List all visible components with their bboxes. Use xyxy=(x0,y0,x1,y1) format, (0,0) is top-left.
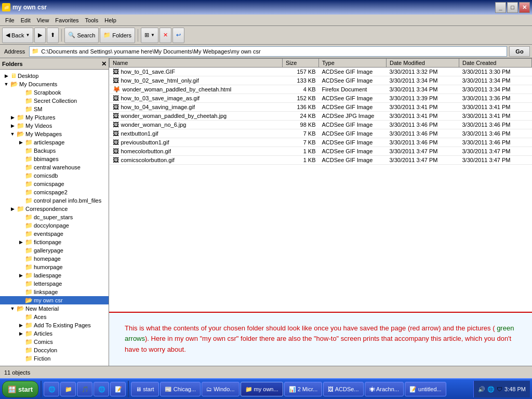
maximize-button[interactable]: □ xyxy=(507,2,518,13)
sidebar-item-mywebpages[interactable]: ▼ 📂 My Webpages xyxy=(0,130,109,138)
sidebar-item-central-warehouse[interactable]: 📁 central warehouse xyxy=(0,163,109,171)
file-created: 3/30/2011 3:47 PM xyxy=(459,156,532,165)
search-button[interactable]: 🔍 Search xyxy=(64,28,99,43)
sidebar-item-addexisting[interactable]: ▶ 📁 Add To Existing Pages xyxy=(0,321,109,329)
sidebar-item-controlpanel[interactable]: 📁 control panel info.bml_files xyxy=(0,196,109,205)
table-row[interactable]: 🖼comicscolorbutton.gif 1 KB ACDSee GIF I… xyxy=(110,156,532,165)
sidebar-tree: ▶ 🖥 Desktop ▼ 📂 My Documents 📁 Scrapbook… xyxy=(0,70,109,366)
table-row[interactable]: 🖼homecolorbutton.gif 1 KB ACDSee GIF Ima… xyxy=(110,147,532,156)
table-row[interactable]: 🦊wonder_woman_paddled_by_cheetah.html 4 … xyxy=(110,85,532,94)
view-button[interactable]: ⊞ ▼ xyxy=(141,28,158,43)
delete-button[interactable]: ✕ xyxy=(159,28,171,43)
folder-icon: 📁 xyxy=(25,238,33,246)
sidebar-item-doccylon[interactable]: 📁 doccylonpage xyxy=(0,221,109,230)
menu-favorites[interactable]: Favorites xyxy=(52,16,82,24)
sidebar-item-gallery[interactable]: 📁 gallerypage xyxy=(0,246,109,255)
sidebar-item-comicspage[interactable]: 📁 comicspage xyxy=(0,180,109,188)
sidebar-item-scrapbook[interactable]: 📁 Scrapbook xyxy=(0,88,109,97)
menu-tools[interactable]: Tools xyxy=(82,16,102,24)
table-row[interactable]: 🖼nextbutton1.gif 7 KB ACDSee GIF Image 3… xyxy=(110,129,532,138)
col-size[interactable]: Size xyxy=(283,59,319,68)
sidebar-item-dc[interactable]: 📁 dc_super_stars xyxy=(0,213,109,221)
taskbar-micr[interactable]: 📊 2 Micr... xyxy=(284,382,323,396)
close-button[interactable]: ✕ xyxy=(519,2,530,13)
sidebar-item-secret[interactable]: 📁 Secret Collection xyxy=(0,97,109,105)
status-bar: 11 objects xyxy=(0,366,532,378)
quicklaunch-ie[interactable]: 🌐 xyxy=(44,382,59,396)
sidebar-item-label: bbimages xyxy=(34,156,59,162)
folder-icon: 🖥 xyxy=(10,72,17,79)
sidebar-item-letters[interactable]: 📁 letterspage xyxy=(0,280,109,288)
address-field[interactable]: 📁 C:\Documents and Settings\ yourname he… xyxy=(29,46,507,57)
taskbar-untitled[interactable]: 📝 untitled... xyxy=(405,382,446,396)
sidebar-item-doccylon2[interactable]: 📁 Doccylon xyxy=(0,346,109,354)
taskbar-arachn[interactable]: 🕷 Arachn... xyxy=(365,382,404,396)
sidebar-item-articlespage[interactable]: ▶ 📁 articlespage xyxy=(0,138,109,147)
menu-view[interactable]: View xyxy=(34,16,52,24)
menu-edit[interactable]: Edit xyxy=(18,16,34,24)
taskbar-acdsee[interactable]: 🖼 ACDSe... xyxy=(323,382,363,396)
file-list: Name Size Type Date Modified Date Create… xyxy=(109,58,532,312)
forward-button[interactable]: ▶ xyxy=(34,28,46,43)
sidebar-item-fiction2[interactable]: 📁 Fiction xyxy=(0,354,109,363)
taskbar-windows[interactable]: 🗂 Windo... xyxy=(202,382,239,396)
go-button[interactable]: Go xyxy=(509,46,530,57)
file-type: ACDSee GIF Image xyxy=(319,121,387,129)
col-modified[interactable]: Date Modified xyxy=(387,59,459,68)
quicklaunch-media[interactable]: 🎵 xyxy=(77,382,92,396)
tray-icon3: 🛡 xyxy=(497,386,502,392)
sidebar-close-button[interactable]: ✕ xyxy=(101,60,107,68)
sidebar-item-mydocs[interactable]: ▼ 📂 My Documents xyxy=(0,80,109,88)
table-row[interactable]: 🖼wonder_woman_paddled_by_cheetah.jpg 24 … xyxy=(110,112,532,121)
table-row[interactable]: 🖼wonder_woman_no_6.jpg 98 KB ACDSee GIF … xyxy=(110,121,532,129)
table-row[interactable]: 🖼previousbutton1.gif 7 KB ACDSee GIF Ima… xyxy=(110,138,532,147)
sidebar-item-myvideos[interactable]: ▶ 📁 My Videos xyxy=(0,122,109,130)
sidebar-item-comicspage2[interactable]: 📁 comicspage2 xyxy=(0,188,109,196)
menu-file[interactable]: File xyxy=(2,16,18,24)
back-icon: ◀ xyxy=(6,32,10,38)
sidebar-item-ladies[interactable]: ▶ 📁 ladiespage xyxy=(0,271,109,280)
sidebar-item-aces[interactable]: 📁 Aces xyxy=(0,313,109,321)
quicklaunch-folder[interactable]: 📁 xyxy=(60,382,76,396)
sidebar-item-humor[interactable]: 📁 humorpage xyxy=(0,263,109,271)
sidebar-item-comicsdb[interactable]: 📁 comicsdb xyxy=(0,171,109,180)
taskbar-chicago[interactable]: 📰 Chicag... xyxy=(160,382,201,396)
table-row[interactable]: 🖼how_to_02_save_html_only.gif 133 KB ACD… xyxy=(110,76,532,85)
taskbar-myown[interactable]: 📁 my own... xyxy=(241,382,283,396)
start-button[interactable]: 🪟 start xyxy=(2,381,38,397)
sidebar-item-comics[interactable]: 📁 Comics xyxy=(0,338,109,346)
quicklaunch-app[interactable]: 📝 xyxy=(110,382,126,396)
sidebar-item-backups[interactable]: 📁 Backups xyxy=(0,147,109,155)
col-name[interactable]: Name xyxy=(110,59,283,68)
sidebar-item-links[interactable]: 📁 linkspage xyxy=(0,288,109,296)
sidebar-item-newmaterial[interactable]: ▼ 📂 New Material xyxy=(0,304,109,313)
sidebar-item-events[interactable]: 📁 eventspage xyxy=(0,230,109,238)
up-button[interactable]: ⬆ xyxy=(47,28,59,43)
sidebar-item-desktop[interactable]: ▶ 🖥 Desktop xyxy=(0,72,109,80)
sidebar-item-homepage[interactable]: 📁 homepage xyxy=(0,255,109,263)
table-row[interactable]: 🖼how_to_04_saving_image.gif 136 KB ACDSe… xyxy=(110,103,532,112)
sidebar-item-fiction[interactable]: ▶ 📁 fictionpage xyxy=(0,238,109,246)
sidebar-item-articles[interactable]: ▶ 📁 Articles xyxy=(0,329,109,338)
col-type[interactable]: Type xyxy=(319,59,387,68)
sidebar-item-correspondence[interactable]: ▶ 📁 Correspondence xyxy=(0,205,109,213)
table-row[interactable]: 🖼how_to_01_save.GIF 157 KB ACDSee GIF Im… xyxy=(110,68,532,76)
quicklaunch-browser2[interactable]: 🌐 xyxy=(94,382,109,396)
table-row[interactable]: 🖼how_to_03_save_image_as.gif 152 KB ACDS… xyxy=(110,94,532,103)
sidebar-item-myowncsr[interactable]: 📂 my own csr xyxy=(0,296,109,304)
undo-button[interactable]: ↩ xyxy=(172,28,184,43)
sidebar-item-sm[interactable]: 📁 SM xyxy=(0,105,109,113)
col-created[interactable]: Date Created xyxy=(459,59,532,68)
menu-help[interactable]: Help xyxy=(101,16,119,24)
file-type: ACDSee GIF Image xyxy=(319,129,387,138)
minimize-button[interactable]: _ xyxy=(495,2,506,13)
folders-button[interactable]: 📁 Folders xyxy=(100,28,135,43)
sidebar-item-bbimages[interactable]: 📁 bbimages xyxy=(0,155,109,163)
taskbar-start-btn[interactable]: 🖥 start xyxy=(131,382,158,396)
folder-icon: 📁 xyxy=(17,122,24,129)
sidebar-item-mypictures[interactable]: ▶ 📁 My Pictures xyxy=(0,113,109,122)
back-button[interactable]: ◀ Back ▼ xyxy=(2,28,33,43)
title-bar: 📁 my own csr _ □ ✕ xyxy=(0,0,532,15)
file-type: ACDSee JPG Image xyxy=(319,112,387,121)
sidebar-item-label: My Documents xyxy=(19,81,57,87)
